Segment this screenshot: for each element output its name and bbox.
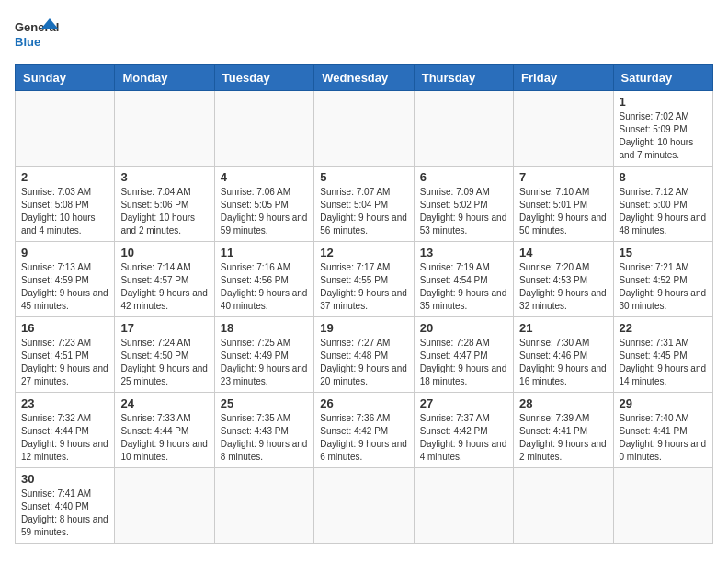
day-number: 8 (620, 170, 707, 184)
header: General Blue (15, 15, 713, 53)
day-number: 9 (21, 246, 108, 259)
day-number: 25 (221, 396, 308, 410)
day-info: Sunrise: 7:23 AM Sunset: 4:51 PM Dayligh… (21, 337, 108, 388)
calendar-cell (414, 468, 513, 544)
day-number: 2 (21, 170, 108, 184)
day-number: 17 (120, 321, 208, 335)
calendar-cell: 9Sunrise: 7:13 AM Sunset: 4:59 PM Daylig… (16, 242, 115, 317)
calendar-cell (214, 468, 313, 544)
day-info: Sunrise: 7:21 AM Sunset: 4:52 PM Dayligh… (620, 261, 707, 313)
day-number: 10 (120, 246, 208, 259)
day-header-thursday: Thursday (414, 65, 513, 91)
day-number: 23 (21, 396, 108, 410)
day-number: 26 (320, 396, 407, 410)
week-row-5: 23Sunrise: 7:32 AM Sunset: 4:44 PM Dayli… (16, 393, 713, 468)
calendar-cell (613, 468, 712, 544)
day-number: 12 (320, 246, 407, 259)
day-info: Sunrise: 7:07 AM Sunset: 5:04 PM Dayligh… (320, 186, 407, 237)
calendar-cell: 13Sunrise: 7:19 AM Sunset: 4:54 PM Dayli… (414, 242, 513, 317)
calendar-cell: 25Sunrise: 7:35 AM Sunset: 4:43 PM Dayli… (214, 393, 313, 468)
calendar-cell: 20Sunrise: 7:28 AM Sunset: 4:47 PM Dayli… (414, 317, 513, 393)
day-number: 20 (420, 321, 507, 335)
day-info: Sunrise: 7:19 AM Sunset: 4:54 PM Dayligh… (420, 261, 507, 313)
calendar-cell: 14Sunrise: 7:20 AM Sunset: 4:53 PM Dayli… (514, 242, 613, 317)
calendar-cell: 16Sunrise: 7:23 AM Sunset: 4:51 PM Dayli… (16, 317, 115, 393)
day-header-wednesday: Wednesday (314, 65, 414, 91)
day-info: Sunrise: 7:31 AM Sunset: 4:45 PM Dayligh… (620, 337, 707, 388)
day-number: 11 (221, 246, 308, 259)
calendar-cell: 18Sunrise: 7:25 AM Sunset: 4:49 PM Dayli… (214, 317, 313, 393)
svg-text:Blue: Blue (15, 35, 40, 49)
calendar-cell (115, 91, 214, 167)
day-info: Sunrise: 7:04 AM Sunset: 5:06 PM Dayligh… (120, 186, 208, 237)
day-info: Sunrise: 7:35 AM Sunset: 4:43 PM Dayligh… (221, 412, 308, 464)
week-row-2: 2Sunrise: 7:03 AM Sunset: 5:08 PM Daylig… (16, 167, 713, 242)
calendar-cell: 30Sunrise: 7:41 AM Sunset: 4:40 PM Dayli… (16, 468, 115, 544)
day-info: Sunrise: 7:06 AM Sunset: 5:05 PM Dayligh… (221, 186, 308, 237)
day-number: 22 (620, 321, 707, 335)
day-info: Sunrise: 7:28 AM Sunset: 4:47 PM Dayligh… (420, 337, 507, 388)
calendar-cell: 6Sunrise: 7:09 AM Sunset: 5:02 PM Daylig… (414, 167, 513, 242)
day-info: Sunrise: 7:03 AM Sunset: 5:08 PM Dayligh… (21, 186, 108, 237)
day-info: Sunrise: 7:24 AM Sunset: 4:50 PM Dayligh… (120, 337, 208, 388)
calendar-header-row: SundayMondayTuesdayWednesdayThursdayFrid… (16, 65, 713, 91)
week-row-1: 1Sunrise: 7:02 AM Sunset: 5:09 PM Daylig… (16, 91, 713, 167)
day-number: 14 (519, 246, 607, 259)
calendar-cell (314, 91, 414, 167)
day-info: Sunrise: 7:39 AM Sunset: 4:41 PM Dayligh… (519, 412, 607, 464)
day-number: 16 (21, 321, 108, 335)
day-number: 15 (620, 246, 707, 259)
calendar-cell (514, 468, 613, 544)
calendar-cell: 21Sunrise: 7:30 AM Sunset: 4:46 PM Dayli… (514, 317, 613, 393)
logo: General Blue (15, 15, 61, 53)
day-info: Sunrise: 7:32 AM Sunset: 4:44 PM Dayligh… (21, 412, 108, 464)
calendar-cell (115, 468, 214, 544)
calendar-cell: 26Sunrise: 7:36 AM Sunset: 4:42 PM Dayli… (314, 393, 414, 468)
day-number: 18 (221, 321, 308, 335)
calendar-cell: 28Sunrise: 7:39 AM Sunset: 4:41 PM Dayli… (514, 393, 613, 468)
day-number: 5 (320, 170, 407, 184)
day-number: 27 (420, 396, 507, 410)
day-info: Sunrise: 7:02 AM Sunset: 5:09 PM Dayligh… (620, 110, 707, 162)
day-number: 28 (519, 396, 607, 410)
day-header-sunday: Sunday (16, 65, 115, 91)
day-info: Sunrise: 7:27 AM Sunset: 4:48 PM Dayligh… (320, 337, 407, 388)
calendar-cell: 7Sunrise: 7:10 AM Sunset: 5:01 PM Daylig… (514, 167, 613, 242)
calendar-cell: 24Sunrise: 7:33 AM Sunset: 4:44 PM Dayli… (115, 393, 214, 468)
calendar-cell (414, 91, 513, 167)
day-info: Sunrise: 7:12 AM Sunset: 5:00 PM Dayligh… (620, 186, 707, 237)
calendar-cell (214, 91, 313, 167)
day-info: Sunrise: 7:25 AM Sunset: 4:49 PM Dayligh… (221, 337, 308, 388)
day-number: 6 (420, 170, 507, 184)
calendar-cell: 17Sunrise: 7:24 AM Sunset: 4:50 PM Dayli… (115, 317, 214, 393)
calendar-cell: 12Sunrise: 7:17 AM Sunset: 4:55 PM Dayli… (314, 242, 414, 317)
calendar-cell: 10Sunrise: 7:14 AM Sunset: 4:57 PM Dayli… (115, 242, 214, 317)
day-info: Sunrise: 7:33 AM Sunset: 4:44 PM Dayligh… (120, 412, 208, 464)
calendar-cell: 8Sunrise: 7:12 AM Sunset: 5:00 PM Daylig… (613, 167, 712, 242)
calendar-cell: 3Sunrise: 7:04 AM Sunset: 5:06 PM Daylig… (115, 167, 214, 242)
calendar-cell: 19Sunrise: 7:27 AM Sunset: 4:48 PM Dayli… (314, 317, 414, 393)
calendar-cell: 27Sunrise: 7:37 AM Sunset: 4:42 PM Dayli… (414, 393, 513, 468)
day-info: Sunrise: 7:30 AM Sunset: 4:46 PM Dayligh… (519, 337, 607, 388)
day-info: Sunrise: 7:17 AM Sunset: 4:55 PM Dayligh… (320, 261, 407, 313)
calendar-cell: 23Sunrise: 7:32 AM Sunset: 4:44 PM Dayli… (16, 393, 115, 468)
day-info: Sunrise: 7:37 AM Sunset: 4:42 PM Dayligh… (420, 412, 507, 464)
week-row-4: 16Sunrise: 7:23 AM Sunset: 4:51 PM Dayli… (16, 317, 713, 393)
calendar-cell (514, 91, 613, 167)
week-row-6: 30Sunrise: 7:41 AM Sunset: 4:40 PM Dayli… (16, 468, 713, 544)
day-info: Sunrise: 7:14 AM Sunset: 4:57 PM Dayligh… (120, 261, 208, 313)
day-info: Sunrise: 7:16 AM Sunset: 4:56 PM Dayligh… (221, 261, 308, 313)
day-header-saturday: Saturday (613, 65, 712, 91)
calendar-cell: 22Sunrise: 7:31 AM Sunset: 4:45 PM Dayli… (613, 317, 712, 393)
day-number: 24 (120, 396, 208, 410)
day-info: Sunrise: 7:20 AM Sunset: 4:53 PM Dayligh… (519, 261, 607, 313)
calendar-cell: 11Sunrise: 7:16 AM Sunset: 4:56 PM Dayli… (214, 242, 313, 317)
calendar-cell: 1Sunrise: 7:02 AM Sunset: 5:09 PM Daylig… (613, 91, 712, 167)
day-header-friday: Friday (514, 65, 613, 91)
day-number: 1 (620, 95, 707, 109)
calendar-cell: 4Sunrise: 7:06 AM Sunset: 5:05 PM Daylig… (214, 167, 313, 242)
calendar-cell (16, 91, 115, 167)
logo-svg: General Blue (15, 15, 61, 53)
day-number: 21 (519, 321, 607, 335)
day-info: Sunrise: 7:40 AM Sunset: 4:41 PM Dayligh… (620, 412, 707, 464)
